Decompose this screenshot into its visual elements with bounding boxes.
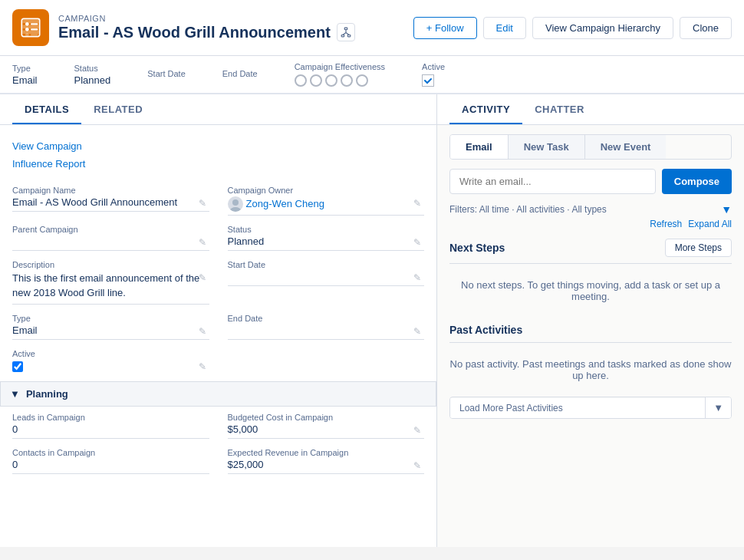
filters-text: Filters: All time · All activities · All…: [449, 204, 607, 215]
active-edit-icon[interactable]: ✎: [199, 361, 206, 372]
clone-button[interactable]: Clone: [680, 17, 732, 39]
load-more-arrow[interactable]: ▼: [705, 397, 731, 418]
next-steps-title: Next Steps: [449, 242, 505, 254]
active-checkbox-field: [12, 361, 209, 372]
past-activities-title: Past Activities: [449, 324, 522, 336]
field-parent-campaign: Parent Campaign ✎: [12, 225, 209, 251]
meta-type: Type Email: [12, 64, 38, 86]
refresh-link[interactable]: Refresh: [650, 219, 682, 229]
svg-rect-9: [347, 35, 351, 37]
dot-3: [325, 74, 337, 87]
field-budgeted-cost: Budgeted Cost in Campaign $5,000 ✎: [228, 413, 425, 439]
header-left: Campaign Email - AS Wood Grill Announcem…: [12, 9, 355, 46]
email-input[interactable]: [449, 169, 656, 194]
planning-section-header[interactable]: ▼ Planning: [0, 381, 436, 407]
svg-rect-8: [341, 35, 344, 37]
field-status: Status Planned ✎: [228, 225, 425, 251]
tab-details[interactable]: DETAILS: [12, 94, 81, 124]
contacts-value: 0: [12, 459, 209, 474]
field-row-type-enddate: Type Email ✎ End Date ✎: [12, 314, 424, 340]
tab-activity[interactable]: ACTIVITY: [449, 94, 522, 124]
email-compose-row: Compose: [449, 169, 732, 194]
start-date-edit-icon[interactable]: ✎: [413, 272, 421, 283]
field-row-description-startdate: Description This is the first email anno…: [12, 260, 424, 305]
main-layout: DETAILS RELATED View Campaign Influence …: [0, 94, 744, 547]
email-tab[interactable]: Email: [450, 135, 509, 159]
header-actions: + Follow Edit View Campaign Hierarchy Cl…: [413, 17, 732, 39]
left-panel: DETAILS RELATED View Campaign Influence …: [0, 94, 437, 547]
type-label: Type: [12, 64, 38, 73]
planning-row-2: Contacts in Campaign 0 Expected Revenue …: [12, 448, 424, 474]
end-date-edit-icon[interactable]: ✎: [413, 326, 421, 337]
type-field-value: Email: [12, 324, 209, 340]
leads-value: 0: [12, 423, 209, 439]
field-campaign-owner: Campaign Owner Zong-Wen Cheng ✎: [228, 186, 425, 216]
effectiveness-dots: [295, 74, 385, 87]
type-field-label: Type: [12, 314, 209, 323]
meta-start-date: Start Date: [147, 69, 186, 80]
header-title-row: Email - AS Wood Grill Announcement: [58, 23, 355, 41]
owner-avatar: [228, 196, 243, 212]
hierarchy-icon-button[interactable]: [337, 23, 355, 41]
right-tabs-bar: ACTIVITY CHATTER: [437, 94, 744, 125]
activity-tabs: Email New Task New Event: [449, 134, 732, 160]
tab-chatter[interactable]: CHATTER: [522, 94, 597, 124]
right-panel: ACTIVITY CHATTER Email New Task New Even…: [437, 94, 744, 547]
svg-line-11: [343, 33, 346, 35]
view-hierarchy-button[interactable]: View Campaign Hierarchy: [532, 17, 673, 39]
more-steps-button[interactable]: More Steps: [665, 239, 732, 257]
field-row-name-owner: Campaign Name Email - AS Wood Grill Anno…: [12, 186, 424, 216]
view-campaign-link[interactable]: View Campaign: [12, 137, 424, 155]
edit-button[interactable]: Edit: [483, 17, 526, 39]
active-check: [422, 74, 434, 87]
meta-active: Active: [422, 62, 445, 87]
field-group-main: Campaign Name Email - AS Wood Grill Anno…: [12, 186, 424, 372]
status-edit-icon[interactable]: ✎: [413, 237, 421, 248]
field-active: Active ✎: [12, 349, 209, 372]
past-activities-divider: [449, 342, 732, 343]
type-value: Email: [12, 74, 38, 86]
next-steps-section: Next Steps More Steps No next steps. To …: [449, 239, 732, 311]
past-activities-empty: No past activity. Past meetings and task…: [449, 349, 732, 390]
svg-point-2: [25, 28, 29, 31]
planning-section-label: Planning: [26, 388, 68, 400]
active-label: Active: [422, 62, 445, 71]
svg-point-1: [25, 22, 29, 26]
svg-line-12: [346, 33, 349, 35]
right-content: Email New Task New Event Compose Filters…: [437, 125, 744, 547]
active-checkbox[interactable]: [12, 361, 23, 372]
tab-related[interactable]: RELATED: [81, 94, 155, 124]
svg-point-14: [230, 207, 241, 212]
field-contacts: Contacts in Campaign 0: [12, 448, 209, 474]
budgeted-cost-edit-icon[interactable]: ✎: [413, 425, 421, 436]
new-task-tab[interactable]: New Task: [509, 135, 585, 159]
page-title: Email - AS Wood Grill Announcement: [58, 24, 331, 41]
field-expected-revenue: Expected Revenue in Campaign $25,000 ✎: [228, 448, 425, 474]
field-start-date: Start Date ✎: [228, 260, 425, 305]
field-leads: Leads in Campaign 0: [12, 413, 209, 439]
description-edit-icon[interactable]: ✎: [199, 272, 206, 283]
expected-revenue-edit-icon[interactable]: ✎: [413, 460, 421, 471]
filter-icon[interactable]: ▼: [721, 203, 732, 216]
campaign-links: View Campaign Influence Report: [12, 137, 424, 173]
svg-rect-5: [31, 28, 38, 30]
meta-bar: Type Email Status Planned Start Date End…: [0, 56, 744, 94]
expand-all-link[interactable]: Expand All: [688, 219, 732, 229]
load-more-button[interactable]: Load More Past Activities: [450, 398, 705, 418]
leads-label: Leads in Campaign: [12, 413, 209, 422]
campaign-name-edit-icon[interactable]: ✎: [199, 198, 206, 209]
owner-link[interactable]: Zong-Wen Cheng: [246, 198, 324, 209]
active-field-label: Active: [12, 349, 209, 358]
dot-4: [341, 74, 353, 87]
type-edit-icon[interactable]: ✎: [199, 326, 206, 337]
parent-campaign-edit-icon[interactable]: ✎: [199, 237, 206, 248]
end-date-field-label: End Date: [228, 314, 425, 323]
contacts-label: Contacts in Campaign: [12, 448, 209, 457]
compose-button[interactable]: Compose: [662, 169, 732, 194]
campaign-icon: [12, 9, 49, 46]
campaign-owner-edit-icon[interactable]: ✎: [413, 198, 421, 209]
influence-report-link[interactable]: Influence Report: [12, 155, 424, 173]
new-event-tab[interactable]: New Event: [585, 135, 667, 159]
dot-5: [356, 74, 368, 87]
follow-button[interactable]: + Follow: [413, 17, 477, 39]
